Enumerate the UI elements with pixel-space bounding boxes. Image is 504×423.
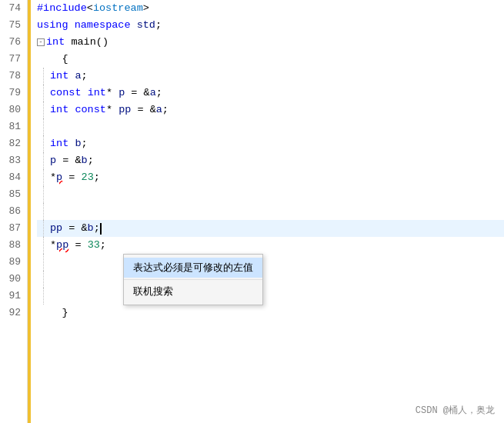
code-line-79: const int* p = &a; [37,85,504,102]
code-line-89 [37,254,504,271]
code-line-77: { [37,51,504,68]
indent-guide [43,135,44,152]
include-keyword: #include [37,0,87,17]
line-numbers: 74 75 76 77 78 79 80 81 82 83 84 85 86 8… [0,0,28,423]
code-line-83: p = &b; [37,152,504,169]
code-line-86 [37,203,504,220]
tooltip-item-error-message[interactable]: 表达式必须是可修改的左值 [124,258,262,278]
line-num-79: 79 [3,85,21,102]
indent-guide [43,118,44,135]
line-num-77: 77 [3,51,21,68]
code-line-76: -int main() [37,34,504,51]
line-num-85: 85 [3,186,21,203]
code-line-74: #include<iostream> [37,0,504,17]
code-line-80: int const* pp = &a; [37,102,504,118]
editor-container: 74 75 76 77 78 79 80 81 82 83 84 85 86 8… [0,0,504,423]
error-tooltip-popup[interactable]: 表达式必须是可修改的左值 联机搜索 [123,254,263,305]
line-num-78: 78 [3,68,21,85]
indent-guide [43,186,44,203]
code-line-78: int a; [37,68,504,85]
line-num-91: 91 [3,288,21,305]
watermark: CSDN @桶人，奥龙 [416,404,495,417]
code-line-92: } [37,305,504,321]
indent-guide [43,68,44,85]
tooltip-divider [124,279,262,280]
line-num-80: 80 [3,102,21,118]
indent-guide [43,237,44,254]
line-num-82: 82 [3,135,21,152]
collapse-icon[interactable]: - [37,38,45,46]
code-line-81 [37,118,504,135]
line-num-86: 86 [3,203,21,220]
code-line-84: *p = 23; [37,169,504,186]
indent-guide [43,203,44,220]
line-num-92: 92 [3,305,21,321]
line-num-75: 75 [3,17,21,34]
code-line-90 [37,271,504,288]
code-area: 74 75 76 77 78 79 80 81 82 83 84 85 86 8… [0,0,504,423]
line-num-90: 90 [3,271,21,288]
indent-guide [43,271,44,288]
indent-guide [43,220,44,237]
tooltip-item-online-search[interactable]: 联机搜索 [124,281,262,301]
indent-guide [43,169,44,186]
indent-guide [43,254,44,271]
line-num-87: 87 [3,220,21,237]
indent-guide [43,102,44,118]
indent-guide [43,288,44,305]
code-line-75: using namespace std; [37,17,504,34]
indent-guide [43,152,44,169]
line-num-74: 74 [3,0,21,17]
line-num-76: 76 [3,34,21,51]
text-cursor [100,223,102,235]
line-num-83: 83 [3,152,21,169]
code-line-91 [37,288,504,305]
line-num-89: 89 [3,254,21,271]
line-num-88: 88 [3,237,21,254]
code-line-85 [37,186,504,203]
line-num-81: 81 [3,118,21,135]
code-line-87: pp = &b; [37,220,504,237]
code-content[interactable]: #include<iostream> using namespace std; … [31,0,504,423]
code-line-82: int b; [37,135,504,152]
code-line-88: *pp = 33; [37,237,504,254]
indent-guide [43,85,44,102]
line-num-84: 84 [3,169,21,186]
